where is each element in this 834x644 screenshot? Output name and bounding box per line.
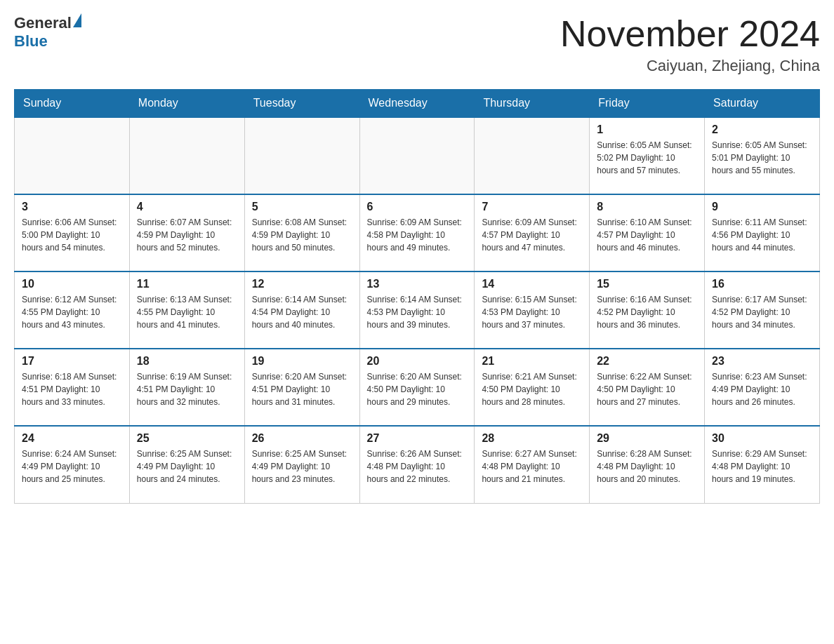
day-number: 22 — [597, 355, 697, 368]
page-header: General Blue November 2024 Caiyuan, Zhej… — [14, 14, 820, 75]
day-header-friday: Friday — [590, 90, 705, 118]
week-row-4: 17Sunrise: 6:18 AM Sunset: 4:51 PM Dayli… — [15, 349, 820, 426]
day-info: Sunrise: 6:05 AM Sunset: 5:01 PM Dayligh… — [712, 139, 812, 177]
day-info: Sunrise: 6:14 AM Sunset: 4:53 PM Dayligh… — [367, 293, 468, 331]
day-info: Sunrise: 6:19 AM Sunset: 4:51 PM Dayligh… — [137, 370, 237, 408]
day-number: 15 — [597, 278, 697, 290]
day-info: Sunrise: 6:29 AM Sunset: 4:48 PM Dayligh… — [712, 448, 812, 485]
day-info: Sunrise: 6:27 AM Sunset: 4:48 PM Dayligh… — [482, 448, 582, 485]
day-header-sunday: Sunday — [15, 90, 130, 118]
day-number: 8 — [597, 201, 697, 213]
day-info: Sunrise: 6:23 AM Sunset: 4:49 PM Dayligh… — [712, 370, 812, 408]
day-info: Sunrise: 6:09 AM Sunset: 4:57 PM Dayligh… — [482, 216, 582, 254]
calendar-cell: 28Sunrise: 6:27 AM Sunset: 4:48 PM Dayli… — [475, 426, 590, 503]
calendar-cell: 17Sunrise: 6:18 AM Sunset: 4:51 PM Dayli… — [15, 349, 130, 426]
calendar-cell: 26Sunrise: 6:25 AM Sunset: 4:49 PM Dayli… — [244, 426, 359, 503]
day-info: Sunrise: 6:15 AM Sunset: 4:53 PM Dayligh… — [482, 293, 582, 331]
calendar-cell: 21Sunrise: 6:21 AM Sunset: 4:50 PM Dayli… — [475, 349, 590, 426]
day-number: 19 — [252, 355, 352, 368]
week-row-2: 3Sunrise: 6:06 AM Sunset: 5:00 PM Daylig… — [15, 194, 820, 271]
day-info: Sunrise: 6:06 AM Sunset: 5:00 PM Dayligh… — [22, 216, 122, 254]
calendar-subtitle: Caiyuan, Zhejiang, China — [560, 57, 820, 75]
day-info: Sunrise: 6:14 AM Sunset: 4:54 PM Dayligh… — [252, 293, 352, 331]
week-row-3: 10Sunrise: 6:12 AM Sunset: 4:55 PM Dayli… — [15, 271, 820, 349]
calendar-cell — [129, 117, 244, 194]
day-number: 9 — [712, 201, 812, 213]
calendar-cell: 2Sunrise: 6:05 AM Sunset: 5:01 PM Daylig… — [705, 117, 820, 194]
day-number: 23 — [712, 355, 812, 368]
calendar-table: SundayMondayTuesdayWednesdayThursdayFrid… — [14, 89, 820, 504]
calendar-cell: 24Sunrise: 6:24 AM Sunset: 4:49 PM Dayli… — [15, 426, 130, 503]
calendar-cell: 23Sunrise: 6:23 AM Sunset: 4:49 PM Dayli… — [705, 349, 820, 426]
day-number: 11 — [137, 278, 237, 290]
day-info: Sunrise: 6:25 AM Sunset: 4:49 PM Dayligh… — [137, 448, 237, 485]
calendar-cell: 22Sunrise: 6:22 AM Sunset: 4:50 PM Dayli… — [590, 349, 705, 426]
calendar-cell: 8Sunrise: 6:10 AM Sunset: 4:57 PM Daylig… — [590, 194, 705, 271]
calendar-cell: 30Sunrise: 6:29 AM Sunset: 4:48 PM Dayli… — [705, 426, 820, 503]
day-info: Sunrise: 6:09 AM Sunset: 4:58 PM Dayligh… — [367, 216, 468, 254]
logo-general-text: General — [14, 14, 72, 32]
day-info: Sunrise: 6:26 AM Sunset: 4:48 PM Dayligh… — [367, 448, 468, 485]
day-number: 6 — [367, 201, 468, 213]
calendar-cell: 25Sunrise: 6:25 AM Sunset: 4:49 PM Dayli… — [129, 426, 244, 503]
day-number: 30 — [712, 432, 812, 445]
calendar-cell: 1Sunrise: 6:05 AM Sunset: 5:02 PM Daylig… — [590, 117, 705, 194]
day-number: 10 — [22, 278, 122, 290]
day-info: Sunrise: 6:11 AM Sunset: 4:56 PM Dayligh… — [712, 216, 812, 254]
day-info: Sunrise: 6:21 AM Sunset: 4:50 PM Dayligh… — [482, 370, 582, 408]
day-info: Sunrise: 6:20 AM Sunset: 4:50 PM Dayligh… — [367, 370, 468, 408]
title-section: November 2024 Caiyuan, Zhejiang, China — [560, 14, 820, 75]
day-number: 1 — [597, 123, 697, 136]
day-number: 25 — [137, 432, 237, 445]
calendar-cell: 9Sunrise: 6:11 AM Sunset: 4:56 PM Daylig… — [705, 194, 820, 271]
calendar-cell: 5Sunrise: 6:08 AM Sunset: 4:59 PM Daylig… — [244, 194, 359, 271]
calendar-cell: 4Sunrise: 6:07 AM Sunset: 4:59 PM Daylig… — [129, 194, 244, 271]
calendar-cell: 10Sunrise: 6:12 AM Sunset: 4:55 PM Dayli… — [15, 271, 130, 349]
day-number: 3 — [22, 201, 122, 213]
day-info: Sunrise: 6:25 AM Sunset: 4:49 PM Dayligh… — [252, 448, 352, 485]
calendar-cell: 7Sunrise: 6:09 AM Sunset: 4:57 PM Daylig… — [475, 194, 590, 271]
day-number: 18 — [137, 355, 237, 368]
day-header-saturday: Saturday — [705, 90, 820, 118]
day-info: Sunrise: 6:13 AM Sunset: 4:55 PM Dayligh… — [137, 293, 237, 331]
calendar-cell — [475, 117, 590, 194]
day-number: 28 — [482, 432, 582, 445]
day-number: 5 — [252, 201, 352, 213]
logo-blue-text: Blue — [14, 32, 48, 51]
calendar-cell: 6Sunrise: 6:09 AM Sunset: 4:58 PM Daylig… — [359, 194, 475, 271]
day-number: 29 — [597, 432, 697, 445]
day-number: 13 — [367, 278, 468, 290]
calendar-cell: 3Sunrise: 6:06 AM Sunset: 5:00 PM Daylig… — [15, 194, 130, 271]
calendar-cell: 11Sunrise: 6:13 AM Sunset: 4:55 PM Dayli… — [129, 271, 244, 349]
day-number: 2 — [712, 123, 812, 136]
calendar-cell — [359, 117, 475, 194]
calendar-cell: 15Sunrise: 6:16 AM Sunset: 4:52 PM Dayli… — [590, 271, 705, 349]
logo: General Blue — [14, 14, 81, 51]
day-number: 21 — [482, 355, 582, 368]
day-number: 7 — [482, 201, 582, 213]
week-row-1: 1Sunrise: 6:05 AM Sunset: 5:02 PM Daylig… — [15, 117, 820, 194]
day-info: Sunrise: 6:28 AM Sunset: 4:48 PM Dayligh… — [597, 448, 697, 485]
day-number: 14 — [482, 278, 582, 290]
logo-triangle-icon — [73, 13, 81, 27]
day-info: Sunrise: 6:07 AM Sunset: 4:59 PM Dayligh… — [137, 216, 237, 254]
calendar-cell: 16Sunrise: 6:17 AM Sunset: 4:52 PM Dayli… — [705, 271, 820, 349]
day-number: 4 — [137, 201, 237, 213]
day-header-wednesday: Wednesday — [359, 90, 475, 118]
day-number: 24 — [22, 432, 122, 445]
day-info: Sunrise: 6:10 AM Sunset: 4:57 PM Dayligh… — [597, 216, 697, 254]
day-info: Sunrise: 6:16 AM Sunset: 4:52 PM Dayligh… — [597, 293, 697, 331]
week-row-5: 24Sunrise: 6:24 AM Sunset: 4:49 PM Dayli… — [15, 426, 820, 503]
days-header-row: SundayMondayTuesdayWednesdayThursdayFrid… — [15, 90, 820, 118]
day-number: 20 — [367, 355, 468, 368]
day-info: Sunrise: 6:20 AM Sunset: 4:51 PM Dayligh… — [252, 370, 352, 408]
calendar-cell: 12Sunrise: 6:14 AM Sunset: 4:54 PM Dayli… — [244, 271, 359, 349]
day-number: 12 — [252, 278, 352, 290]
day-info: Sunrise: 6:22 AM Sunset: 4:50 PM Dayligh… — [597, 370, 697, 408]
calendar-cell — [244, 117, 359, 194]
day-number: 27 — [367, 432, 468, 445]
calendar-cell: 18Sunrise: 6:19 AM Sunset: 4:51 PM Dayli… — [129, 349, 244, 426]
day-info: Sunrise: 6:08 AM Sunset: 4:59 PM Dayligh… — [252, 216, 352, 254]
day-number: 16 — [712, 278, 812, 290]
calendar-cell: 14Sunrise: 6:15 AM Sunset: 4:53 PM Dayli… — [475, 271, 590, 349]
